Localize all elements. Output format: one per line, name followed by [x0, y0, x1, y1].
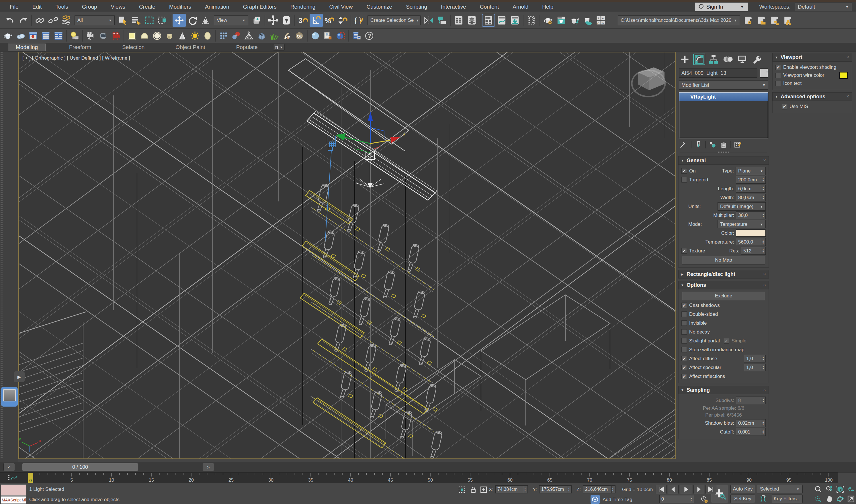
length-spinner[interactable]: 6,0cm▲▼: [736, 185, 766, 193]
menu-civil-view[interactable]: Civil View: [322, 2, 359, 12]
mode-dropdown[interactable]: Temperature▼: [717, 220, 766, 228]
ribbon-tab-modeling[interactable]: Modeling: [8, 43, 46, 51]
prev-frame-button[interactable]: <: [3, 463, 15, 471]
key-mode-dropdown[interactable]: Selected▼: [757, 485, 803, 493]
texture-res-spinner[interactable]: 512▲▼: [741, 247, 766, 255]
menu-content[interactable]: Content: [473, 2, 506, 12]
time-tag-cube-icon[interactable]: [591, 495, 600, 504]
target-distance-spinner[interactable]: 200,0cm▲▼: [736, 176, 766, 184]
remove-modifier-button[interactable]: [719, 141, 728, 149]
project-folder-button[interactable]: [755, 14, 768, 27]
create-tab[interactable]: [679, 54, 691, 65]
temperature-spinner[interactable]: 5600,0▲▼: [736, 238, 766, 246]
modifier-list-dropdown[interactable]: Modifier List ▼: [679, 80, 768, 90]
make-unique-button[interactable]: [709, 141, 717, 149]
named-selection-sets-dropdown[interactable]: Create Selection Se▼: [368, 16, 421, 25]
align-button[interactable]: [435, 14, 449, 27]
affect-diffuse-checkbox[interactable]: ✔: [681, 356, 687, 361]
rectangular-selection-region-button[interactable]: [143, 14, 156, 27]
motion-tab[interactable]: [722, 54, 734, 65]
menu-interactive[interactable]: Interactive: [434, 2, 473, 12]
auto-key-button[interactable]: Auto Key: [730, 485, 755, 493]
workspace-dropdown[interactable]: Default ▼: [795, 3, 852, 11]
redo-button[interactable]: [17, 14, 30, 27]
next-frame-button[interactable]: >: [203, 463, 214, 471]
hair-farm-button[interactable]: HF: [280, 30, 293, 42]
modify-tab[interactable]: [693, 54, 705, 65]
snaps-toggle-button[interactable]: 3: [297, 14, 309, 27]
vray-plane-light-button[interactable]: [126, 30, 138, 42]
copy-render-settings-button[interactable]: [350, 30, 363, 42]
select-and-move-button[interactable]: [173, 14, 186, 27]
absolute-offset-toggle[interactable]: [479, 485, 488, 494]
affect-specular-checkbox[interactable]: ✔: [681, 365, 687, 370]
modifier-stack-item[interactable]: VRayLight: [679, 93, 768, 101]
vray-frame-buffer-button[interactable]: [27, 30, 39, 42]
menu-edit[interactable]: Edit: [25, 2, 49, 12]
asset-tracking-button[interactable]: [768, 14, 781, 27]
keyboard-shortcut-override-toggle[interactable]: [280, 14, 293, 27]
zoom-extents-all-button[interactable]: [846, 485, 856, 493]
render-production-button[interactable]: [568, 14, 581, 27]
schematic-view-button[interactable]: [508, 14, 521, 27]
current-time-field[interactable]: 0▲▼: [659, 495, 694, 503]
affect-diffuse-spinner[interactable]: 1,0▲▼: [744, 355, 766, 362]
project-tree-button[interactable]: [781, 14, 795, 27]
light-on-checkbox[interactable]: ✔: [681, 168, 687, 174]
selection-lock-toggle[interactable]: [468, 485, 478, 494]
cast-shadows-checkbox[interactable]: ✔: [681, 303, 687, 308]
window-crossing-toggle[interactable]: [156, 14, 169, 27]
render-setup-button[interactable]: [541, 14, 555, 27]
ribbon-minimize-dropdown[interactable]: ◨▼: [273, 44, 285, 51]
zoom-button[interactable]: [813, 485, 823, 493]
vray-ies-light-button[interactable]: [176, 30, 189, 42]
exclude-button[interactable]: Exclude: [682, 292, 765, 300]
menu-graph-editors[interactable]: Graph Editors: [236, 2, 284, 12]
vray-dome-light-button[interactable]: [138, 30, 151, 42]
advanced-options-rollout-header[interactable]: ▼Advanced options⁙: [772, 92, 852, 101]
utilities-tab[interactable]: [750, 54, 763, 65]
maxscript-mini-listener[interactable]: [1, 485, 26, 496]
expand-panel-button[interactable]: ▶: [14, 371, 25, 382]
sampling-rollout-header[interactable]: ▼Sampling⁙: [678, 386, 769, 394]
percent-snap-toggle[interactable]: %: [323, 14, 336, 27]
add-time-tag[interactable]: Add Time Tag: [603, 497, 632, 503]
panel-divider[interactable]: [680, 152, 767, 155]
double-sided-checkbox[interactable]: ✔: [681, 311, 687, 317]
vray-mesh-light-button[interactable]: [163, 30, 176, 42]
menu-tools[interactable]: Tools: [49, 2, 75, 12]
viewport[interactable]: [ + ] [ Orthographic ] [ User Defined ] …: [18, 52, 676, 459]
sign-in-button[interactable]: Sign In ▼: [695, 3, 748, 11]
track-bar[interactable]: 0510152025303540455055606570758085909510…: [0, 472, 856, 483]
spinner-snap-toggle[interactable]: [336, 14, 349, 27]
curve-editor-button[interactable]: [495, 14, 508, 27]
pin-stack-button[interactable]: [680, 141, 688, 149]
icon-text-checkbox[interactable]: ✔: [775, 81, 781, 86]
select-object-button[interactable]: [117, 14, 129, 27]
shadow-bias-spinner[interactable]: 0,02cm▲▼: [736, 419, 766, 427]
no-decay-checkbox[interactable]: ✔: [681, 329, 687, 335]
vray-camera-button[interactable]: [84, 30, 97, 42]
pan-view-button[interactable]: [824, 494, 834, 503]
toggle-scene-explorer-button[interactable]: [452, 14, 465, 27]
cutoff-spinner[interactable]: 0,001▲▼: [736, 428, 766, 436]
zoom-region-button[interactable]: [813, 494, 823, 503]
show-end-result-button[interactable]: [694, 141, 702, 149]
go-to-end-button[interactable]: [706, 485, 716, 494]
affect-reflections-checkbox[interactable]: ✔: [681, 374, 687, 379]
menu-create[interactable]: Create: [132, 2, 162, 12]
set-key-button[interactable]: Set Key: [730, 494, 755, 503]
unlink-selection-button[interactable]: [47, 14, 60, 27]
vray-help-button[interactable]: ?: [363, 30, 376, 42]
no-map-button[interactable]: No Map: [682, 256, 765, 265]
use-mis-checkbox[interactable]: ✔: [782, 104, 787, 109]
vray-scatter-button[interactable]: [217, 30, 230, 42]
menu-file[interactable]: File: [3, 2, 25, 12]
material-editor-button[interactable]: [525, 14, 538, 27]
ornatrix-button[interactable]: Ox: [293, 30, 306, 42]
vray-fur-button[interactable]: [268, 30, 280, 42]
menu-group[interactable]: Group: [75, 2, 104, 12]
vray-asset-editor-button[interactable]: [52, 30, 65, 42]
texture-checkbox[interactable]: ✔: [681, 248, 687, 254]
configure-modifier-sets-button[interactable]: [734, 141, 742, 149]
